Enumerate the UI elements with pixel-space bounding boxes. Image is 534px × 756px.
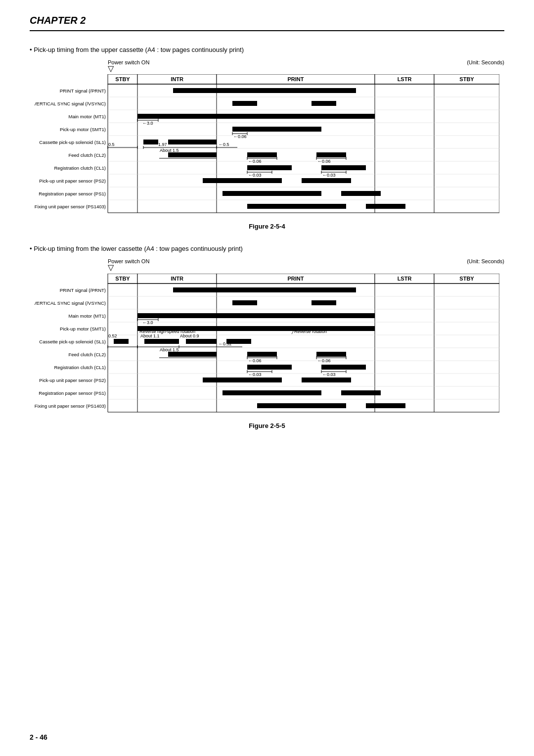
- svg-text:LSTR: LSTR: [398, 76, 412, 82]
- svg-text:Registration clutch (CL1): Registration clutch (CL1): [54, 365, 106, 370]
- svg-text:←0.06: ←0.06: [233, 134, 247, 139]
- svg-text:←0.03: ←0.03: [248, 173, 262, 178]
- svg-rect-155: [168, 352, 217, 357]
- svg-text:←0.5: ←0.5: [219, 142, 229, 147]
- svg-rect-75: [247, 165, 292, 170]
- unit-label-1: (Unit: Seconds): [467, 59, 504, 65]
- svg-rect-38: [232, 101, 257, 106]
- figure2-title: • Pick-up timing from the lower cassette…: [30, 245, 504, 252]
- timing-diagram-1: STBY INTR PRINT LSTR STBY: [35, 74, 504, 218]
- svg-text:←0.06: ←0.06: [317, 358, 331, 363]
- svg-rect-39: [312, 101, 336, 106]
- svg-text:←3.0: ←3.0: [142, 320, 153, 325]
- svg-text:PRINT: PRINT: [288, 276, 304, 282]
- svg-rect-182: [257, 403, 346, 408]
- svg-text:Fixing unit paper sensor (PS14: Fixing unit paper sensor (PS1403): [35, 403, 106, 409]
- svg-text:Pick-up motor (SMT1): Pick-up motor (SMT1): [60, 127, 106, 132]
- diagram2-svg: STBY INTR PRINT LSTR STBY: [35, 274, 499, 417]
- svg-text:VERTICAL SYNC signal (/VSYNC): VERTICAL SYNC signal (/VSYNC): [35, 101, 106, 106]
- svg-rect-131: [137, 313, 375, 318]
- svg-rect-87: [222, 191, 321, 196]
- svg-rect-51: [168, 140, 217, 144]
- unit-label-2: (Unit: Seconds): [467, 258, 504, 264]
- svg-text:Pick-up unit paper sensor (PS2: Pick-up unit paper sensor (PS2): [39, 178, 106, 184]
- power-label-2: Power switch ON: [108, 258, 149, 264]
- svg-rect-181: [341, 390, 381, 395]
- svg-rect-85: [203, 178, 282, 183]
- svg-text:STBY: STBY: [459, 76, 474, 82]
- svg-text:Cassette pick-up solenoid (SL1: Cassette pick-up solenoid (SL1): [39, 339, 106, 344]
- svg-text:Pick-up unit paper sensor (PS2: Pick-up unit paper sensor (PS2): [39, 378, 106, 383]
- svg-rect-86: [302, 178, 351, 183]
- svg-rect-129: [232, 300, 257, 305]
- svg-text:Pick-up motor (SMT1): Pick-up motor (SMT1): [60, 326, 106, 331]
- svg-text:Main motor (MT1): Main motor (MT1): [69, 114, 106, 119]
- svg-rect-76: [321, 165, 366, 170]
- power-label-1: Power switch ON: [108, 59, 149, 65]
- svg-text:←0.03: ←0.03: [322, 173, 336, 178]
- svg-rect-180: [222, 390, 321, 395]
- timing-diagram-2: STBY INTR PRINT LSTR STBY: [35, 274, 504, 417]
- svg-text:←0.06: ←0.06: [317, 159, 331, 164]
- figure2-caption: Figure 2-5-5: [30, 422, 504, 429]
- svg-rect-168: [247, 365, 292, 370]
- svg-rect-50: [143, 140, 158, 144]
- svg-text:←3.0: ←3.0: [142, 121, 153, 126]
- svg-rect-169: [321, 365, 366, 370]
- svg-text:Fixing unit paper sensor (PS14: Fixing unit paper sensor (PS1403): [35, 204, 106, 209]
- svg-text:←0.03: ←0.03: [322, 372, 336, 377]
- svg-text:1.97: 1.97: [158, 142, 167, 147]
- svg-text:STBY: STBY: [459, 276, 474, 282]
- svg-rect-37: [173, 88, 356, 93]
- svg-text:STBY: STBY: [115, 276, 130, 282]
- svg-rect-140: [144, 339, 179, 344]
- svg-text:Registration paper sensor (PS1: Registration paper sensor (PS1): [39, 390, 106, 396]
- svg-rect-90: [366, 204, 405, 209]
- svg-rect-128: [173, 287, 356, 292]
- svg-text:←0.06: ←0.06: [248, 159, 262, 164]
- svg-text:About 0.9: About 0.9: [180, 333, 199, 338]
- svg-rect-139: [114, 339, 129, 344]
- svg-rect-141: [186, 339, 217, 344]
- svg-text:0.5: 0.5: [108, 142, 115, 147]
- svg-text:STBY: STBY: [115, 76, 130, 82]
- svg-rect-157: [316, 352, 346, 357]
- svg-rect-156: [247, 352, 277, 357]
- svg-text:Registration paper sensor (PS1: Registration paper sensor (PS1): [39, 191, 106, 196]
- svg-text:About 1.5: About 1.5: [160, 148, 179, 153]
- svg-rect-63: [247, 152, 277, 157]
- svg-text:Registration clutch (CL1): Registration clutch (CL1): [54, 165, 106, 171]
- svg-text:INTR: INTR: [171, 276, 183, 282]
- diagram1-svg: STBY INTR PRINT LSTR STBY: [35, 74, 499, 218]
- svg-text:LSTR: LSTR: [398, 276, 412, 282]
- svg-text:←0.52: ←0.52: [219, 341, 232, 346]
- svg-text:About 1.1: About 1.1: [140, 333, 160, 338]
- svg-rect-64: [316, 152, 346, 157]
- svg-rect-179: [302, 378, 351, 382]
- svg-rect-178: [203, 378, 282, 382]
- svg-text:←0.03: ←0.03: [248, 372, 262, 377]
- chapter-title: CHAPTER 2: [30, 15, 504, 31]
- figure1-title: • Pick-up timing from the upper cassette…: [30, 46, 504, 53]
- svg-text:PRINT: PRINT: [288, 76, 304, 82]
- svg-text:Feed clutch (CL2): Feed clutch (CL2): [68, 152, 106, 158]
- page-number: 2 - 46: [30, 733, 47, 741]
- svg-text:PRINT signal (/PRNT): PRINT signal (/PRNT): [60, 88, 106, 94]
- figure1-caption: Figure 2-5-4: [30, 223, 504, 230]
- svg-text:Feed clutch (CL2): Feed clutch (CL2): [68, 352, 106, 357]
- svg-rect-183: [366, 403, 405, 408]
- svg-text:INTR: INTR: [171, 76, 183, 82]
- svg-text:0.52: 0.52: [108, 333, 117, 338]
- svg-text:PRINT signal (/PRNT): PRINT signal (/PRNT): [60, 287, 106, 293]
- svg-rect-130: [312, 300, 336, 305]
- svg-text:About 1.5: About 1.5: [160, 347, 179, 352]
- svg-text:←0.06: ←0.06: [248, 358, 262, 363]
- svg-text:Cassette pick-up solenoid (SL1: Cassette pick-up solenoid (SL1): [39, 140, 106, 145]
- svg-text:╱Reverse rotation: ╱Reverse rotation: [291, 329, 327, 334]
- svg-text:VERTICAL SYNC signal (/VSYNC): VERTICAL SYNC signal (/VSYNC): [35, 300, 106, 306]
- svg-rect-40: [137, 114, 375, 119]
- svg-rect-45: [232, 127, 321, 132]
- svg-rect-62: [168, 152, 217, 157]
- svg-text:Main motor (MT1): Main motor (MT1): [69, 313, 106, 319]
- svg-rect-89: [247, 204, 346, 209]
